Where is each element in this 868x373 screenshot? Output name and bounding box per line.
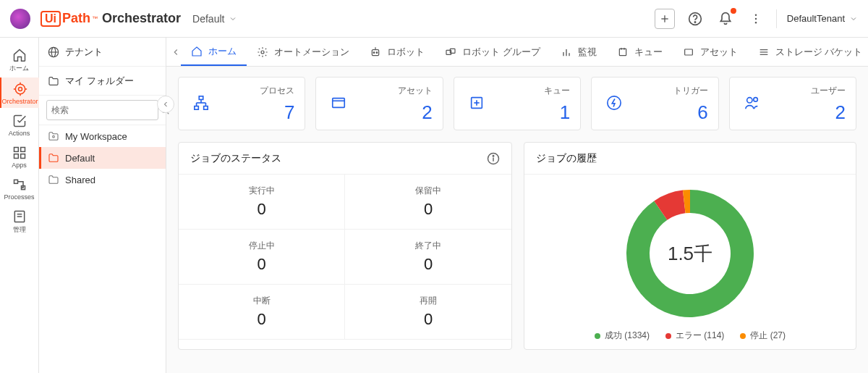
actions-icon bbox=[12, 114, 27, 128]
tab-label: オートメーション bbox=[274, 46, 349, 59]
tab-home[interactable]: ホーム bbox=[181, 38, 247, 66]
logo-tm: ™ bbox=[92, 15, 98, 22]
legend-label: 停止 (27) bbox=[750, 330, 786, 342]
svg-point-4 bbox=[755, 14, 757, 15]
rail-item-orchestrator[interactable]: Orchestrator bbox=[0, 77, 39, 108]
tab-storage[interactable]: ストレージ バケット bbox=[748, 38, 868, 66]
status-cell: 終了中0 bbox=[345, 230, 511, 285]
sidebar-collapse-button[interactable] bbox=[157, 96, 174, 113]
legend-item: 停止 (27) bbox=[740, 330, 786, 342]
svg-point-30 bbox=[373, 51, 375, 53]
tabs: ホーム オートメーション ロボット ロボット グループ 監視 キュー bbox=[166, 38, 868, 67]
rail-item-processes[interactable]: Processes bbox=[0, 173, 39, 204]
svg-rect-16 bbox=[20, 154, 25, 159]
folder-item-default[interactable]: Default bbox=[39, 147, 166, 169]
apps-icon bbox=[12, 146, 27, 160]
history-panel-head: ジョブの履歴 bbox=[524, 143, 856, 175]
bolt-icon bbox=[606, 95, 622, 111]
sidebar-myfolder[interactable]: マイ フォルダー bbox=[39, 67, 166, 96]
folder-item-myworkspace[interactable]: My Workspace bbox=[39, 125, 166, 147]
svg-rect-48 bbox=[199, 96, 203, 100]
home-icon bbox=[12, 48, 27, 62]
breadcrumb[interactable]: Default bbox=[192, 13, 237, 25]
rail-item-apps[interactable]: Apps bbox=[0, 141, 39, 172]
tab-automation[interactable]: オートメーション bbox=[247, 38, 359, 66]
tenant-name: DefaultTenant bbox=[787, 13, 845, 24]
svg-rect-55 bbox=[333, 99, 345, 108]
folder-item-shared[interactable]: Shared bbox=[39, 169, 166, 190]
search-input[interactable] bbox=[51, 105, 160, 115]
more-button[interactable] bbox=[746, 9, 766, 29]
kpi-value: 2 bbox=[359, 101, 432, 124]
kpi-user[interactable]: ユーザー2 bbox=[729, 77, 856, 130]
rail-item-label: Actions bbox=[9, 130, 30, 137]
kpi-process[interactable]: プロセス7 bbox=[178, 77, 305, 130]
svg-point-3 bbox=[694, 21, 695, 22]
help-button[interactable] bbox=[685, 9, 705, 29]
rail-item-actions[interactable]: Actions bbox=[0, 109, 39, 140]
chart-icon bbox=[561, 46, 572, 58]
tabs-prev-button[interactable] bbox=[171, 38, 181, 66]
tab-queues[interactable]: キュー bbox=[607, 38, 673, 66]
window-icon bbox=[331, 95, 346, 111]
rail-item-label: 管理 bbox=[13, 225, 26, 235]
tab-label: ロボット グループ bbox=[462, 46, 540, 59]
add-button[interactable] bbox=[655, 9, 675, 29]
processes-icon bbox=[12, 177, 27, 192]
top-right: DefaultTenant bbox=[655, 9, 858, 29]
storage-icon bbox=[758, 46, 770, 58]
rail-item-label: Orchestrator bbox=[1, 98, 38, 105]
status-cell: 停止中0 bbox=[179, 230, 345, 285]
status-value: 0 bbox=[345, 200, 511, 219]
admin-icon bbox=[12, 209, 27, 224]
sidebar-myfolder-label: マイ フォルダー bbox=[65, 75, 134, 88]
status-cell: 再開0 bbox=[345, 285, 511, 340]
svg-rect-15 bbox=[14, 154, 18, 159]
kpi-label: トリガー bbox=[635, 85, 707, 97]
tab-label: ストレージ バケット bbox=[775, 46, 863, 59]
logo-orchestrator: Orchestrator bbox=[102, 11, 181, 26]
tab-label: 監視 bbox=[578, 46, 597, 59]
sidebar: テナント マイ フォルダー My Workspace Default Share… bbox=[39, 38, 166, 373]
status-cell: 中断0 bbox=[179, 285, 345, 340]
sitemap-icon bbox=[193, 95, 209, 111]
robot-group-icon bbox=[445, 46, 456, 58]
status-title: ジョブのステータス bbox=[190, 152, 281, 165]
tab-label: ロボット bbox=[387, 46, 425, 59]
avatar[interactable] bbox=[10, 9, 30, 29]
legend-label: 成功 (1334) bbox=[605, 330, 650, 342]
notifications-button[interactable] bbox=[715, 9, 736, 29]
tab-robots[interactable]: ロボット bbox=[359, 38, 435, 66]
tab-assets[interactable]: アセット bbox=[673, 38, 748, 66]
rail-item-home[interactable]: ホーム bbox=[0, 43, 39, 76]
svg-point-8 bbox=[15, 84, 25, 93]
main: ホーム オートメーション ロボット ロボット グループ 監視 キュー bbox=[166, 38, 868, 373]
logo-path: Path bbox=[62, 11, 90, 26]
tab-robotgroups[interactable]: ロボット グループ bbox=[435, 38, 550, 66]
status-label: 再開 bbox=[345, 295, 511, 307]
status-label: 実行中 bbox=[179, 185, 344, 197]
info-icon[interactable] bbox=[487, 152, 500, 165]
kpi-queue[interactable]: キュー1 bbox=[454, 77, 581, 130]
kpi-label: アセット bbox=[359, 85, 432, 97]
kpi-label: キュー bbox=[498, 85, 570, 97]
rail-item-admin[interactable]: 管理 bbox=[0, 205, 39, 238]
logo-ui: Ui bbox=[41, 11, 61, 27]
kpi-value: 1 bbox=[498, 101, 570, 124]
sidebar-tenant[interactable]: テナント bbox=[39, 38, 166, 67]
history-title: ジョブの履歴 bbox=[536, 152, 597, 165]
tab-label: ホーム bbox=[208, 45, 237, 58]
kpi-label: プロセス bbox=[222, 85, 294, 97]
tab-monitor[interactable]: 監視 bbox=[550, 38, 607, 66]
svg-rect-50 bbox=[204, 106, 208, 110]
search-input-wrap[interactable] bbox=[46, 100, 158, 120]
tenant-selector[interactable]: DefaultTenant bbox=[787, 13, 858, 24]
kpi-trigger[interactable]: トリガー6 bbox=[591, 77, 718, 130]
kpi-asset[interactable]: アセット2 bbox=[315, 77, 443, 130]
svg-rect-13 bbox=[14, 148, 18, 152]
svg-point-65 bbox=[493, 155, 494, 156]
gear-icon bbox=[257, 46, 268, 58]
queue-icon bbox=[469, 95, 485, 111]
kpi-value: 6 bbox=[635, 101, 707, 124]
status-panel-head: ジョブのステータス bbox=[179, 143, 511, 175]
